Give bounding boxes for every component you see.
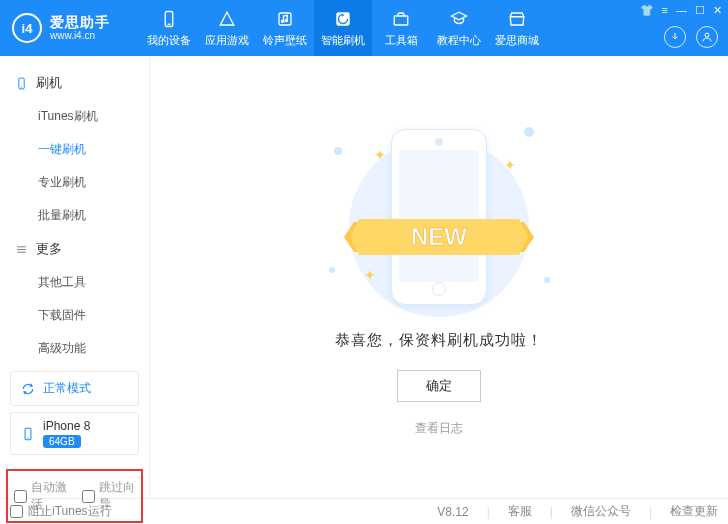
app-url: www.i4.cn	[50, 30, 110, 42]
sidebar-item-itunes-flash[interactable]: iTunes刷机	[0, 100, 149, 133]
nav-label: 我的设备	[147, 33, 191, 48]
top-right-buttons	[664, 26, 718, 48]
nav-label: 铃声壁纸	[263, 33, 307, 48]
nav-label: 应用游戏	[205, 33, 249, 48]
nav-label: 智能刷机	[321, 33, 365, 48]
nav-toolbox[interactable]: 工具箱	[372, 0, 430, 56]
phone-icon	[21, 425, 35, 443]
top-bar: i4 爱思助手 www.i4.cn 我的设备 应用游戏 铃声壁纸 智能刷机 工具…	[0, 0, 728, 56]
group-label: 更多	[36, 240, 62, 258]
user-button[interactable]	[696, 26, 718, 48]
close-icon[interactable]: ✕	[713, 4, 722, 17]
svg-point-4	[285, 19, 287, 21]
support-link[interactable]: 客服	[508, 503, 532, 520]
sidebar: 刷机 iTunes刷机 一键刷机 专业刷机 批量刷机 更多 其他工具 下载固件 …	[0, 56, 150, 498]
menu-icon[interactable]: ≡	[662, 4, 668, 17]
sidebar-item-pro-flash[interactable]: 专业刷机	[0, 166, 149, 199]
nav-label: 教程中心	[437, 33, 481, 48]
view-log-link[interactable]: 查看日志	[415, 420, 463, 437]
sidebar-group-flash[interactable]: 刷机	[0, 66, 149, 100]
window-controls: 👕 ≡ — ☐ ✕	[640, 4, 722, 17]
block-itunes-checkbox[interactable]: 阻止iTunes运行	[10, 503, 112, 520]
device-mode-button[interactable]: 正常模式	[10, 371, 139, 406]
success-illustration: ✦ ✦ ✦ NEW	[324, 117, 554, 317]
device-icon	[159, 9, 179, 29]
sidebar-item-batch-flash[interactable]: 批量刷机	[0, 199, 149, 232]
nav-ringtones[interactable]: 铃声壁纸	[256, 0, 314, 56]
phone-icon	[14, 76, 28, 90]
list-icon	[14, 242, 28, 256]
version-label: V8.12	[437, 505, 468, 519]
tutorial-icon	[449, 9, 469, 29]
skin-icon[interactable]: 👕	[640, 4, 654, 17]
device-name: iPhone 8	[43, 419, 90, 433]
sidebar-item-advanced[interactable]: 高级功能	[0, 332, 149, 365]
svg-point-3	[282, 20, 284, 22]
download-button[interactable]	[664, 26, 686, 48]
top-nav: 我的设备 应用游戏 铃声壁纸 智能刷机 工具箱 教程中心 爱思商城	[140, 0, 546, 56]
svg-text:NEW: NEW	[411, 223, 467, 250]
logo-icon: i4	[12, 13, 42, 43]
wechat-link[interactable]: 微信公众号	[571, 503, 631, 520]
toolbox-icon	[391, 9, 411, 29]
nav-flash[interactable]: 智能刷机	[314, 0, 372, 56]
minimize-icon[interactable]: —	[676, 4, 687, 17]
nav-tutorials[interactable]: 教程中心	[430, 0, 488, 56]
nav-my-device[interactable]: 我的设备	[140, 0, 198, 56]
sidebar-group-more[interactable]: 更多	[0, 232, 149, 266]
sidebar-item-other-tools[interactable]: 其他工具	[0, 266, 149, 299]
svg-rect-2	[279, 13, 291, 25]
device-mode-label: 正常模式	[43, 380, 91, 397]
nav-apps[interactable]: 应用游戏	[198, 0, 256, 56]
nav-label: 爱思商城	[495, 33, 539, 48]
nav-shop[interactable]: 爱思商城	[488, 0, 546, 56]
new-ribbon: NEW	[344, 207, 534, 267]
logo-area[interactable]: i4 爱思助手 www.i4.cn	[0, 13, 140, 43]
ok-button[interactable]: 确定	[397, 370, 481, 402]
device-card[interactable]: iPhone 8 64GB	[10, 412, 139, 455]
nav-label: 工具箱	[385, 33, 418, 48]
music-icon	[275, 9, 295, 29]
refresh-icon	[21, 382, 35, 396]
main-content: ✦ ✦ ✦ NEW 恭喜您，保资料刷机成功啦！ 确定 查看日志	[150, 56, 728, 498]
app-icon	[217, 9, 237, 29]
group-label: 刷机	[36, 74, 62, 92]
svg-point-7	[705, 33, 709, 37]
check-update-link[interactable]: 检查更新	[670, 503, 718, 520]
flash-icon	[333, 9, 353, 29]
device-storage-badge: 64GB	[43, 435, 81, 448]
svg-rect-6	[394, 16, 408, 25]
success-message: 恭喜您，保资料刷机成功啦！	[335, 331, 543, 350]
app-name: 爱思助手	[50, 14, 110, 30]
sidebar-item-oneclick-flash[interactable]: 一键刷机	[0, 133, 149, 166]
shop-icon	[507, 9, 527, 29]
maximize-icon[interactable]: ☐	[695, 4, 705, 17]
sidebar-item-download-firmware[interactable]: 下载固件	[0, 299, 149, 332]
